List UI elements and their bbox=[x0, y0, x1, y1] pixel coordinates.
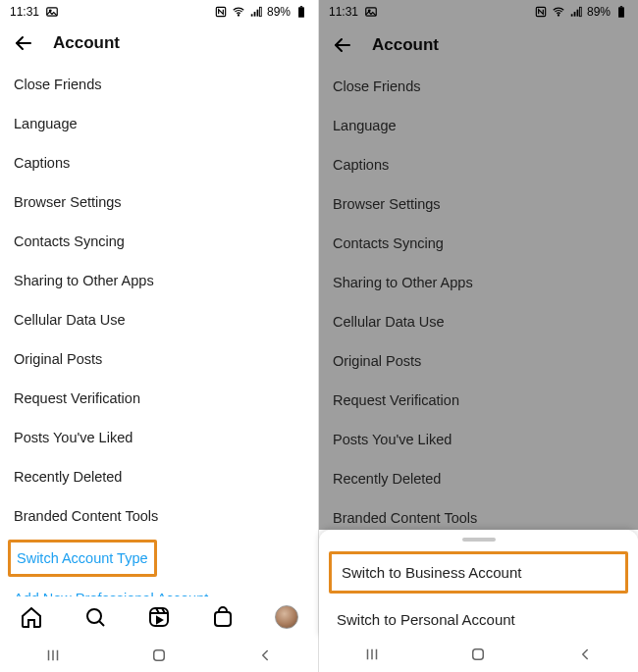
page-title: Account bbox=[372, 35, 439, 55]
home-nav-icon[interactable] bbox=[150, 646, 168, 664]
battery-icon bbox=[614, 5, 628, 19]
recents-icon[interactable] bbox=[363, 646, 381, 663]
menu-original-posts[interactable]: Original Posts bbox=[0, 339, 318, 379]
image-icon bbox=[364, 5, 378, 19]
screen-account-settings: 11:31 89% Account Close Friends Language… bbox=[0, 0, 319, 672]
header: Account bbox=[319, 24, 638, 67]
svg-rect-6 bbox=[257, 9, 259, 16]
status-time: 11:31 bbox=[10, 5, 39, 19]
svg-rect-12 bbox=[215, 612, 231, 626]
signal-icon bbox=[569, 5, 583, 19]
status-bar: 11:31 89% bbox=[319, 0, 638, 24]
reels-icon[interactable] bbox=[147, 605, 171, 629]
menu-request-verification: Request Verification bbox=[319, 381, 638, 420]
status-time-group: 11:31 bbox=[10, 5, 59, 19]
android-nav-bar bbox=[319, 637, 638, 672]
wifi-icon bbox=[552, 5, 565, 19]
back-nav-icon[interactable] bbox=[256, 646, 274, 664]
menu-recently-deleted[interactable]: Recently Deleted bbox=[0, 457, 318, 496]
status-battery-percent: 89% bbox=[267, 5, 291, 19]
status-right-group: 89% bbox=[214, 5, 308, 19]
tab-bar bbox=[0, 596, 318, 638]
menu-cellular-data[interactable]: Cellular Data Use bbox=[0, 300, 318, 339]
header: Account bbox=[0, 23, 318, 64]
menu-browser-settings: Browser Settings bbox=[319, 184, 638, 224]
svg-rect-22 bbox=[618, 7, 624, 17]
svg-rect-23 bbox=[620, 6, 622, 7]
nfc-icon bbox=[214, 5, 228, 19]
recents-icon[interactable] bbox=[44, 646, 62, 664]
android-nav-bar bbox=[0, 638, 318, 672]
back-arrow-icon[interactable] bbox=[12, 31, 35, 55]
signal-icon bbox=[249, 5, 263, 19]
svg-rect-19 bbox=[574, 12, 576, 17]
menu-language: Language bbox=[319, 106, 638, 145]
svg-rect-21 bbox=[579, 7, 581, 16]
image-icon bbox=[45, 5, 59, 19]
svg-rect-11 bbox=[150, 608, 168, 626]
menu-request-verification[interactable]: Request Verification bbox=[0, 379, 318, 418]
battery-icon bbox=[294, 5, 308, 19]
profile-avatar[interactable] bbox=[275, 605, 298, 629]
svg-rect-20 bbox=[577, 10, 579, 17]
menu-original-posts: Original Posts bbox=[319, 341, 638, 381]
svg-rect-5 bbox=[254, 12, 256, 17]
menu-switch-account-type[interactable]: Switch Account Type bbox=[8, 540, 157, 577]
highlight-switch-account-type: Switch Account Type bbox=[0, 536, 318, 581]
status-right-group: 89% bbox=[534, 5, 628, 19]
menu-posts-liked: Posts You've Liked bbox=[319, 420, 638, 459]
switch-account-sheet: Switch to Business Account Switch to Per… bbox=[319, 530, 638, 637]
menu-close-friends[interactable]: Close Friends bbox=[0, 65, 318, 104]
menu-browser-settings[interactable]: Browser Settings bbox=[0, 182, 318, 222]
menu-add-professional-account[interactable]: Add New Professional Account bbox=[0, 581, 318, 596]
home-icon[interactable] bbox=[20, 605, 43, 629]
menu-recently-deleted: Recently Deleted bbox=[319, 459, 638, 498]
menu-cellular-data: Cellular Data Use bbox=[319, 302, 638, 341]
settings-list: Close Friends Language Captions Browser … bbox=[0, 65, 318, 596]
status-battery-percent: 89% bbox=[587, 5, 611, 19]
menu-language[interactable]: Language bbox=[0, 104, 318, 143]
sheet-drag-handle[interactable] bbox=[462, 538, 496, 542]
page-title: Account bbox=[53, 33, 120, 53]
status-time: 11:31 bbox=[329, 5, 358, 19]
sheet-switch-personal[interactable]: Switch to Personal Account bbox=[319, 599, 638, 640]
menu-captions: Captions bbox=[319, 145, 638, 184]
svg-rect-9 bbox=[300, 6, 302, 7]
nfc-icon bbox=[534, 5, 548, 19]
svg-rect-4 bbox=[251, 14, 253, 16]
back-arrow-icon[interactable] bbox=[331, 33, 354, 57]
status-bar: 11:31 89% bbox=[0, 0, 318, 23]
status-time-group: 11:31 bbox=[329, 5, 378, 19]
menu-branded-content[interactable]: Branded Content Tools bbox=[0, 496, 318, 536]
svg-rect-24 bbox=[473, 649, 484, 660]
menu-posts-liked[interactable]: Posts You've Liked bbox=[0, 418, 318, 457]
menu-close-friends: Close Friends bbox=[319, 67, 638, 106]
svg-rect-13 bbox=[154, 649, 165, 660]
svg-rect-8 bbox=[298, 7, 304, 17]
back-nav-icon[interactable] bbox=[576, 646, 594, 663]
svg-rect-18 bbox=[571, 14, 573, 16]
menu-contacts-syncing: Contacts Syncing bbox=[319, 224, 638, 263]
menu-contacts-syncing[interactable]: Contacts Syncing bbox=[0, 222, 318, 261]
home-nav-icon[interactable] bbox=[469, 646, 487, 663]
svg-point-17 bbox=[558, 15, 558, 16]
svg-point-10 bbox=[87, 609, 101, 623]
menu-captions[interactable]: Captions bbox=[0, 143, 318, 182]
search-icon[interactable] bbox=[83, 605, 107, 629]
wifi-icon bbox=[232, 5, 245, 19]
sheet-switch-business[interactable]: Switch to Business Account bbox=[329, 551, 628, 594]
svg-point-3 bbox=[238, 14, 239, 15]
screen-switch-account-sheet: 11:31 89% Account Close Friends Language… bbox=[319, 0, 638, 672]
shop-icon[interactable] bbox=[211, 605, 235, 629]
menu-sharing-other-apps: Sharing to Other Apps bbox=[319, 263, 638, 302]
menu-sharing-other-apps[interactable]: Sharing to Other Apps bbox=[0, 261, 318, 300]
svg-rect-7 bbox=[259, 7, 261, 16]
